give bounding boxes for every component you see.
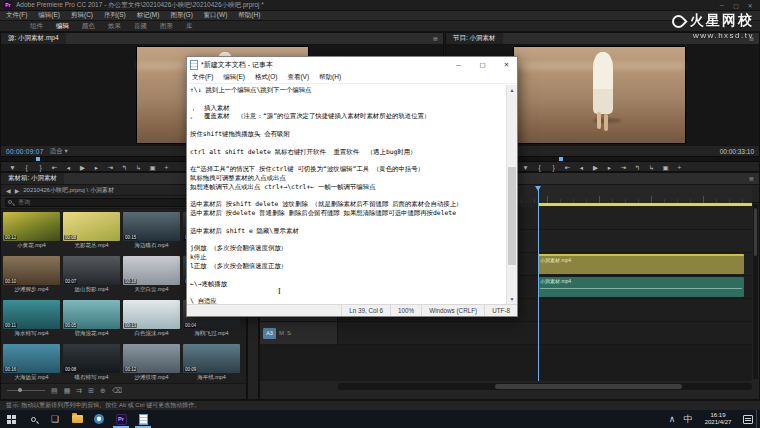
mark-in-icon[interactable]: { <box>23 164 30 171</box>
zoom-slider-knob[interactable] <box>18 388 22 392</box>
play-icon[interactable]: ▶ <box>79 164 86 172</box>
notepad-text-area[interactable]: ↑\↓ 跳到上一个编辑点\跳到下一个编辑点， 插入素材。 覆盖素材 （注意：“源… <box>187 85 506 304</box>
taskbar-search-button[interactable] <box>22 410 44 428</box>
new-item-icon[interactable]: ⊕ <box>100 387 106 395</box>
timeline-audio-clip[interactable]: 小洞素材.mp4 <box>538 277 744 297</box>
overwrite-icon[interactable]: ↳ <box>135 164 142 172</box>
ime-indicator[interactable]: 中 <box>680 410 696 428</box>
panel-menu-icon[interactable]: ≣ <box>428 33 443 44</box>
project-item[interactable]: 00:10 沙滩脚步.mp4 <box>2 255 61 298</box>
scrollbar-thumb[interactable] <box>508 167 516 265</box>
project-item[interactable]: 00:11 海水特写.mp4 <box>2 299 61 342</box>
tab-program-monitor[interactable]: 节目: 小洞素材 <box>446 33 503 44</box>
project-item[interactable]: 00:09 海平线.mp4 <box>182 343 241 383</box>
project-item[interactable]: 00:07 远山剪影.mp4 <box>62 255 121 298</box>
insert-icon[interactable]: ↰ <box>121 164 128 172</box>
go-to-in-icon[interactable]: ⇤ <box>564 164 571 172</box>
taskbar-browser[interactable] <box>88 410 110 428</box>
maximize-icon[interactable]: ▢ <box>472 57 493 72</box>
track-solo-icon[interactable]: S <box>287 330 291 336</box>
timeline-vertical-scrollbar[interactable] <box>753 204 758 379</box>
notepad-menu-item[interactable]: 文件(F) <box>187 73 218 82</box>
menubar-item[interactable]: 窗口(W) <box>204 11 227 20</box>
source-fit-dropdown[interactable]: 适合 ▾ <box>50 147 68 156</box>
tab-source-monitor[interactable]: 源: 小洞素材.mp4 <box>1 33 66 44</box>
track-lane[interactable] <box>338 322 752 345</box>
automate-to-sequence-icon[interactable]: ⇉ <box>76 387 82 395</box>
tab-project-bin[interactable]: 素材箱: 小洞素材 <box>1 173 64 184</box>
scroll-up-icon[interactable]: ▲ <box>507 85 517 95</box>
icon-view-icon[interactable]: ▦ <box>64 387 71 395</box>
minimize-icon[interactable]: ─ <box>716 2 728 9</box>
button-editor-icon[interactable]: + <box>163 164 170 171</box>
project-item[interactable]: 00:12 沙滩纹理.mp4 <box>122 343 181 383</box>
tray-expand-icon[interactable]: ∧ <box>664 410 680 428</box>
show-desktop-button[interactable] <box>756 410 760 428</box>
workspace-tab[interactable]: 颜色 <box>82 22 95 31</box>
workspace-tab[interactable]: 效果 <box>108 22 121 31</box>
timeline-video-clip[interactable]: 小洞素材.mp4 <box>538 254 744 274</box>
mark-out-icon[interactable]: } <box>550 164 557 171</box>
project-item[interactable]: 00:13 白色浪沫.mp4 <box>122 299 181 342</box>
notepad-menu-item[interactable]: 格式(O) <box>250 73 282 82</box>
menubar-item[interactable]: 编辑(E) <box>38 11 60 20</box>
menubar-item[interactable]: 标记(M) <box>137 11 160 20</box>
step-back-icon[interactable]: ◂ <box>65 164 72 172</box>
track-mute-icon[interactable]: M <box>279 330 284 336</box>
project-item[interactable]: 00:16 大海远景.mp4 <box>2 343 61 383</box>
mark-in-icon[interactable]: { <box>536 164 543 171</box>
menubar-item[interactable]: 序列(S) <box>104 11 126 20</box>
track-header[interactable]: A3 M S <box>260 322 338 345</box>
maximize-icon[interactable]: ▢ <box>730 2 742 9</box>
menubar-item[interactable]: 帮助(H) <box>238 11 260 20</box>
go-to-out-icon[interactable]: ⇥ <box>107 164 114 172</box>
project-item[interactable]: 00:08 光影花丛.mp4 <box>62 211 121 254</box>
insert-icon[interactable]: ↰ <box>634 164 641 172</box>
notepad-menu-item[interactable]: 查看(V) <box>282 73 314 82</box>
step-forward-icon[interactable]: ▸ <box>93 164 100 172</box>
work-area-bar[interactable] <box>538 203 752 206</box>
close-icon[interactable]: ✕ <box>744 2 756 9</box>
menubar-item[interactable]: 文件(F) <box>6 11 27 20</box>
timeline-horizontal-scrollbar[interactable] <box>338 383 752 390</box>
scroll-down-icon[interactable]: ▼ <box>507 294 517 304</box>
project-item[interactable]: 00:18 天空白云.mp4 <box>122 255 181 298</box>
notepad-menu-item[interactable]: 编辑(E) <box>218 73 250 82</box>
step-forward-icon[interactable]: ▸ <box>606 164 613 172</box>
forward-icon[interactable]: ▶ <box>15 187 20 194</box>
action-center-button[interactable] <box>740 410 756 428</box>
menubar-item[interactable]: 图形(G) <box>170 11 192 20</box>
list-view-icon[interactable]: ▤ <box>51 387 58 395</box>
panel-menu-icon[interactable]: ≣ <box>744 173 759 184</box>
timeline-playhead[interactable] <box>538 186 539 381</box>
scrollbar-thumb[interactable] <box>754 208 757 256</box>
workspace-tab[interactable]: 编辑 <box>56 22 69 31</box>
export-frame-icon[interactable]: ▣ <box>149 164 156 172</box>
workspace-tab[interactable]: 库 <box>186 22 193 31</box>
workspace-tab[interactable]: 音频 <box>134 22 147 31</box>
task-view-button[interactable]: ❏ <box>44 410 66 428</box>
project-item[interactable]: 00:05 碧海浪花.mp4 <box>62 299 121 342</box>
mark-out-icon[interactable]: } <box>37 164 44 171</box>
close-icon[interactable]: ✕ <box>496 57 517 72</box>
go-to-out-icon[interactable]: ⇥ <box>620 164 627 172</box>
track-target-toggle[interactable]: A3 <box>263 328 276 339</box>
workspace-tab[interactable]: 图形 <box>160 22 173 31</box>
taskbar-notepad[interactable] <box>132 410 154 428</box>
add-marker-icon[interactable]: ▼ <box>522 164 529 171</box>
notepad-scrollbar[interactable]: ▲ ▼ <box>506 85 517 304</box>
go-to-in-icon[interactable]: ⇤ <box>51 164 58 172</box>
overwrite-icon[interactable]: ↳ <box>648 164 655 172</box>
taskbar-file-explorer[interactable] <box>66 410 88 428</box>
project-item[interactable]: 00:08 礁石特写.mp4 <box>62 343 121 383</box>
project-item[interactable]: 00:15 海边礁石.mp4 <box>122 211 181 254</box>
button-editor-icon[interactable]: + <box>676 164 683 171</box>
taskbar-premiere[interactable]: Pr <box>110 410 132 428</box>
new-bin-icon[interactable]: ⊞ <box>88 387 94 395</box>
project-item[interactable]: 00:12 小黄花.mp4 <box>2 211 61 254</box>
source-timecode[interactable]: 00:00:09:07 <box>6 148 44 155</box>
step-back-icon[interactable]: ◂ <box>578 164 585 172</box>
back-icon[interactable]: ◀ <box>6 187 11 194</box>
menubar-item[interactable]: 剪辑(C) <box>71 11 93 20</box>
notepad-titlebar[interactable]: *新建文本文档 - 记事本 ─ ▢ ✕ <box>187 57 517 72</box>
